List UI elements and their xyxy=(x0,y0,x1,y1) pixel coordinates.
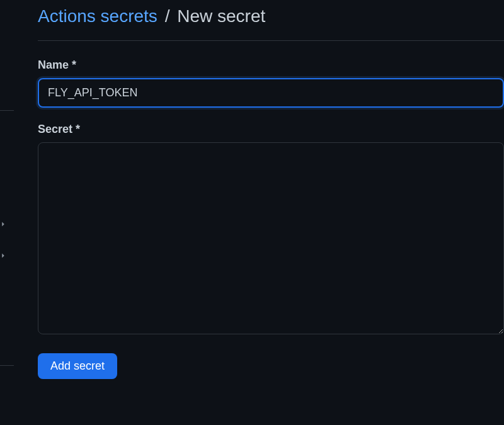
main-content: Actions secrets / New secret Name * Secr… xyxy=(0,0,504,379)
name-label: Name * xyxy=(38,59,504,72)
breadcrumb-parent-link[interactable]: Actions secrets xyxy=(38,6,158,26)
breadcrumb-current: New secret xyxy=(177,6,265,26)
new-secret-form: Name * Secret * Add secret xyxy=(38,59,504,379)
secret-textarea[interactable] xyxy=(38,142,504,334)
name-input[interactable] xyxy=(38,78,504,108)
secret-label: Secret * xyxy=(38,123,504,136)
breadcrumb: Actions secrets / New secret xyxy=(38,6,504,34)
header-divider xyxy=(38,40,504,41)
name-field-group: Name * xyxy=(38,59,504,108)
add-secret-button[interactable]: Add secret xyxy=(38,353,117,379)
breadcrumb-separator: / xyxy=(165,6,170,26)
secret-field-group: Secret * xyxy=(38,123,504,337)
